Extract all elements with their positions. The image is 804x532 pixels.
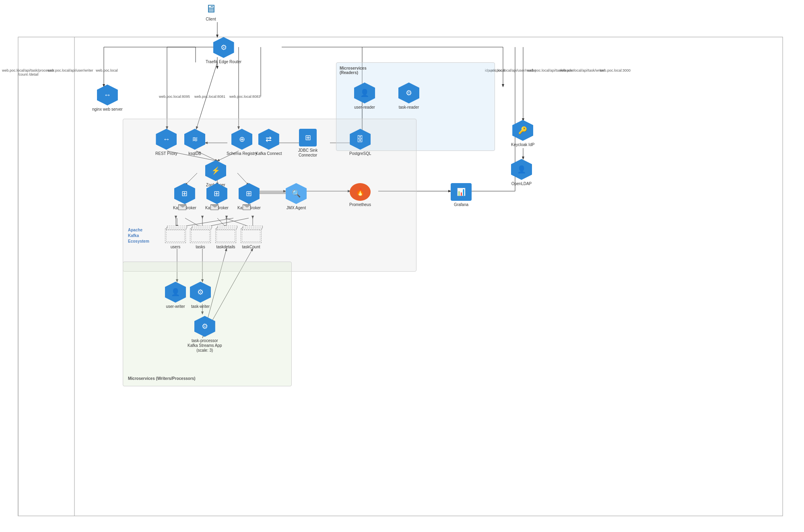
user-writer-label: user-writer: [166, 304, 185, 309]
keycloak-node: 🔑 Keycloak IdP: [511, 120, 534, 147]
nginx-icon: ↔: [97, 85, 118, 105]
keycloak-icon: 🔑: [512, 120, 533, 141]
grafana-node: 📊 Grafana: [451, 183, 472, 207]
jdbc-sink-label: JDBC Sink Connector: [290, 148, 326, 158]
jmx-agent-label: JMX Agent: [287, 206, 306, 210]
kafka-connect-node: ⇄ Kafka Connect: [256, 129, 282, 156]
postgresql-icon: 🗄: [350, 129, 371, 150]
task-reader-label: task-reader: [399, 105, 419, 110]
port-8081-label: web.poc.local:8081: [194, 95, 225, 99]
zookeeper-icon: ⚡: [205, 160, 226, 181]
web-poc-local-url: web.poc.local: [96, 68, 132, 72]
kafka-connect-icon: ⇄: [258, 129, 279, 150]
taskdetails-topic: taskdetails: [215, 229, 236, 250]
postgresql-label: PostgreSQL: [349, 151, 371, 156]
nginx-label: nginx web server: [92, 107, 123, 112]
tasks-topic-label: tasks: [196, 245, 205, 250]
microservices-writers-label: Microservices (Writers/Processors): [128, 376, 196, 381]
monitor-icon: 🖥: [205, 2, 216, 15]
task-writer-icon: ⚙: [190, 282, 211, 303]
port-8095-label: web.poc.local:8095: [159, 95, 190, 99]
envelope1: [178, 204, 186, 211]
kafka-connect-label: Kafka Connect: [256, 151, 282, 156]
task-processor-node: ⚙ task-processor Kafka Streams App (scal…: [188, 316, 222, 353]
task-writer-label: task-writer: [191, 304, 210, 309]
prometheus-icon: 🔥: [350, 183, 371, 201]
rest-proxy-node: ↔ REST Proxy: [155, 129, 177, 156]
rest-proxy-label: REST Proxy: [155, 151, 177, 156]
ksqldb-icon: ≋: [184, 129, 205, 150]
user-reader-label: user-reader: [354, 105, 375, 110]
port-8083-label: web.poc.local:8083: [229, 95, 260, 99]
task-writer-node: ⚙ task-writer: [190, 282, 211, 309]
task-reader-icon: ⚙: [398, 82, 419, 103]
taskcount-topic-label: taskCount: [242, 245, 260, 250]
taskcount-topic-stack: [241, 229, 262, 243]
users-topic-stack: [165, 229, 186, 243]
prometheus-label: Prometheus: [349, 202, 371, 207]
schema-registry-label: Schema Registry: [227, 151, 257, 156]
task-reader-node: ⚙ task-reader: [398, 82, 419, 110]
grafana-icon: 📊: [451, 183, 472, 201]
nginx-node: ↔ nginx web server: [92, 85, 123, 112]
user-writer-url: web.poc.local/api/user/writer: [47, 68, 92, 72]
postgresql-node: 🗄 PostgreSQL: [349, 129, 371, 156]
jmx-agent-node: 🔍 JMX Agent: [286, 183, 307, 210]
prometheus-node: 🔥 Prometheus: [349, 183, 371, 207]
traefik-icon: ⚙: [213, 37, 234, 58]
client-node: 🖥 Client: [205, 2, 216, 22]
openldap-icon: 👤: [511, 159, 532, 180]
user-reader-node: 👤 user-reader: [354, 82, 375, 110]
client-label: Client: [206, 17, 216, 22]
rest-proxy-icon: ↔: [156, 129, 177, 150]
taskcount-topic: taskCount: [241, 229, 262, 250]
traefik-label: Traefik Edge Router: [206, 60, 241, 64]
kafka-broker1-icon: ⊞: [174, 183, 195, 204]
tasks-topic: tasks: [190, 229, 211, 250]
traefik-node: ⚙ Traefik Edge Router: [206, 37, 241, 64]
openldap-label: OpenLDAP: [511, 181, 532, 186]
taskdetails-topic-label: taskdetails: [216, 245, 235, 250]
task-writer-url: web.poc.local/api/task/writer: [559, 68, 605, 72]
users-topic: users: [165, 229, 186, 250]
users-topic-label: users: [171, 245, 180, 250]
keycloak-label: Keycloak IdP: [511, 142, 534, 147]
envelope2: [210, 204, 219, 211]
diagram-container: web.poc.local/api/task/processor /count …: [0, 0, 804, 532]
schema-registry-icon: ⊕: [231, 129, 252, 150]
microservices-readers-label: Microservices (Readers): [340, 66, 367, 75]
schema-registry-node: ⊕ Schema Registry: [227, 129, 257, 156]
kafka-broker3-icon: ⊞: [239, 183, 260, 204]
ksqldb-node: ≋ ksqlDB: [184, 129, 205, 156]
jmx-agent-icon: 🔍: [286, 183, 307, 204]
user-writer-icon: 👤: [165, 282, 186, 303]
tasks-topic-stack: [190, 229, 211, 243]
task-processor-label: task-processor Kafka Streams App (scale:…: [188, 338, 222, 353]
user-writer-node: 👤 user-writer: [165, 282, 186, 309]
kafka-ecosystem-label: ApacheKafkaEcosystem: [128, 227, 149, 244]
processor-url: web.poc.local/api/task/processor /count …: [2, 68, 50, 76]
openldap-node: 👤 OpenLDAP: [511, 159, 532, 186]
jdbc-sink-icon: ⊞: [299, 129, 317, 146]
ksqldb-label: ksqlDB: [188, 151, 201, 156]
kafka-broker2-icon: ⊞: [206, 183, 227, 204]
jdbc-sink-node: ⊞ JDBC Sink Connector: [290, 129, 326, 158]
user-reader-icon: 👤: [354, 82, 375, 103]
grafana-label: Grafana: [454, 202, 468, 207]
taskdetails-topic-stack: [215, 229, 236, 243]
task-processor-icon: ⚙: [194, 316, 215, 337]
envelope3: [243, 204, 251, 211]
port-3000-label: web.poc.local:3000: [600, 68, 631, 72]
